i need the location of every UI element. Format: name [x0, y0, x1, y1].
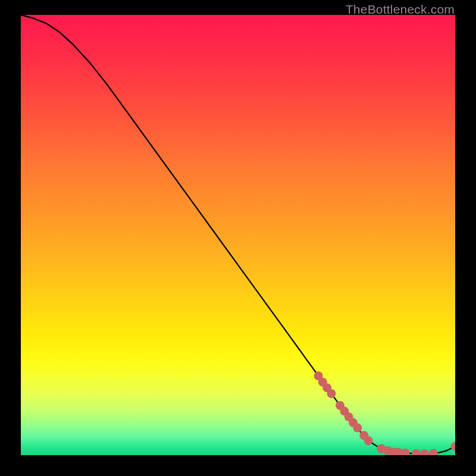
curve-line: [21, 15, 455, 454]
marker-group: [314, 371, 455, 455]
data-marker: [353, 424, 362, 433]
chart-frame: TheBottleneck.com: [0, 0, 476, 476]
data-marker: [451, 442, 456, 451]
chart-svg: [21, 15, 455, 455]
data-marker: [401, 449, 410, 455]
data-marker: [429, 449, 438, 455]
data-marker: [420, 449, 429, 455]
data-marker: [364, 436, 373, 445]
data-marker: [327, 389, 336, 398]
data-marker: [412, 449, 421, 455]
plot-area: [21, 15, 455, 455]
